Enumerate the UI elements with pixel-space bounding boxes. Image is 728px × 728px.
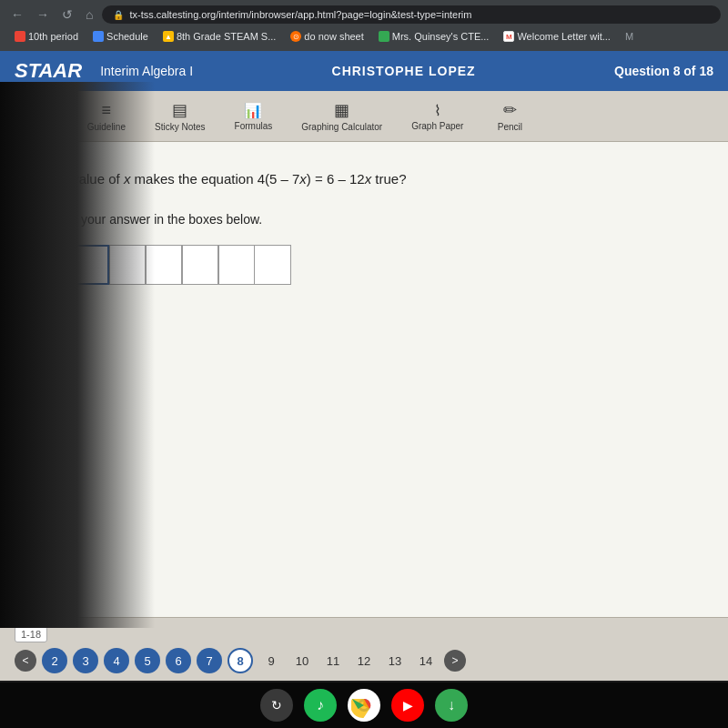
formulas-label: Formulas bbox=[235, 121, 273, 131]
bookmark-label: Mrs. Quinsey's CTE... bbox=[392, 31, 490, 42]
page-9-button[interactable]: 9 bbox=[258, 648, 284, 673]
bookmark-schedule[interactable]: Schedule bbox=[89, 29, 152, 44]
graphing-calculator-label: Graphing Calculator bbox=[301, 122, 382, 132]
taskbar-refresh-icon[interactable]: ↻ bbox=[260, 689, 293, 722]
graph-paper-button[interactable]: ⌇ Graph Paper bbox=[406, 98, 469, 135]
plusminus-label: +/- bbox=[36, 292, 692, 305]
address-bar[interactable]: 🔒 tx-tss.caltesting.org/interim/inbrowse… bbox=[102, 5, 721, 24]
browser-chrome: ← → ↺ ⌂ 🔒 tx-tss.caltesting.org/interim/… bbox=[0, 0, 728, 51]
taskbar-play-icon[interactable]: ▶ bbox=[391, 689, 424, 722]
guideline-label: Guideline bbox=[87, 122, 126, 132]
formulas-button[interactable]: 📊 Formulas bbox=[229, 98, 278, 135]
graph-paper-label: Graph Paper bbox=[411, 121, 463, 131]
bookmark-label: Welcome Letter wit... bbox=[517, 31, 611, 42]
bookmark-label: 8th Grade STEAM S... bbox=[177, 31, 276, 42]
page-7-button[interactable]: 7 bbox=[197, 648, 222, 673]
page-4-button[interactable]: 4 bbox=[104, 648, 129, 673]
staar-header: STAAR Interim Algebra I CHRISTOPHE LOPEZ… bbox=[0, 51, 728, 91]
bookmark-icon-green bbox=[379, 31, 389, 42]
forward-button[interactable]: → bbox=[33, 5, 53, 24]
graph-paper-icon: ⌇ bbox=[434, 102, 441, 119]
taskbar: ↻ ♪ ▶ ↓ bbox=[0, 682, 728, 728]
bookmark-steam[interactable]: ▲ 8th Grade STEAM S... bbox=[159, 29, 279, 44]
bookmark-icon-red bbox=[15, 31, 25, 42]
answer-boxes bbox=[36, 245, 692, 285]
prev-page-button[interactable]: < bbox=[15, 650, 36, 672]
answer-instruction: Record your answer in the boxes below. bbox=[36, 212, 692, 227]
page-numbers: < 2 3 4 5 6 7 8 9 10 11 12 13 14 > bbox=[15, 648, 713, 673]
answer-box-5[interactable] bbox=[218, 245, 255, 285]
page-2-button[interactable]: 2 bbox=[42, 648, 67, 673]
browser-window: ← → ↺ ⌂ 🔒 tx-tss.caltesting.org/interim/… bbox=[0, 0, 728, 681]
page-13-button[interactable]: 13 bbox=[382, 648, 408, 673]
page-6-button[interactable]: 6 bbox=[166, 648, 191, 673]
page-14-button[interactable]: 14 bbox=[413, 648, 439, 673]
page-8-button[interactable]: 8 bbox=[228, 648, 253, 673]
staar-logo: STAAR bbox=[15, 59, 82, 83]
url-text: tx-tss.caltesting.org/interim/inbrowser/… bbox=[129, 9, 471, 20]
wrench-icon: 🔧 bbox=[11, 107, 29, 125]
guideline-button[interactable]: ≡ Guideline bbox=[82, 97, 131, 136]
nav-bar: ← → ↺ ⌂ 🔒 tx-tss.caltesting.org/interim/… bbox=[7, 5, 721, 24]
bookmark-icon-blue bbox=[93, 31, 104, 42]
answer-box-3[interactable] bbox=[146, 245, 182, 285]
sticky-notes-icon: ▤ bbox=[172, 100, 187, 120]
staar-question-number: Question 8 of 18 bbox=[614, 64, 713, 78]
bookmark-welcome[interactable]: M Welcome Letter wit... bbox=[500, 29, 614, 44]
answer-box-sign[interactable] bbox=[36, 245, 73, 285]
answer-box-6[interactable] bbox=[255, 245, 291, 285]
bookmark-label: Schedule bbox=[106, 31, 148, 42]
page-range-label: 1-18 bbox=[15, 625, 713, 642]
taskbar-chrome-icon[interactable] bbox=[348, 689, 380, 722]
staar-test-name: Interim Algebra I bbox=[100, 64, 193, 78]
guideline-icon: ≡ bbox=[102, 101, 112, 120]
question-area: What value of x makes the equation 4(5 –… bbox=[0, 142, 728, 617]
bookmark-icon-yellow: ▲ bbox=[163, 31, 174, 42]
page-range: 1-18 bbox=[15, 626, 47, 642]
staar-student-name: CHRISTOPHE LOPEZ bbox=[211, 64, 596, 78]
taskbar-music-icon[interactable]: ♪ bbox=[304, 689, 337, 722]
pagination-bar: 1-18 < 2 3 4 5 6 7 8 9 10 11 12 13 14 > bbox=[0, 617, 728, 681]
bookmark-10th-period[interactable]: 10th period bbox=[11, 29, 82, 44]
bookmark-cte[interactable]: Mrs. Quinsey's CTE... bbox=[375, 29, 493, 44]
page-12-button[interactable]: 12 bbox=[351, 648, 377, 673]
bookmark-donow[interactable]: ⊙ do now sheet bbox=[287, 29, 367, 44]
bookmark-icon-orange: ⊙ bbox=[290, 31, 301, 42]
tools-label: 🔧 Tools bbox=[11, 107, 64, 125]
pencil-icon: ✏ bbox=[503, 100, 517, 120]
sticky-notes-label: Sticky Notes bbox=[155, 122, 206, 132]
page-3-button[interactable]: 3 bbox=[73, 648, 98, 673]
tools-text: Tools bbox=[33, 109, 64, 123]
next-page-button[interactable]: > bbox=[444, 650, 466, 672]
bookmark-label: do now sheet bbox=[304, 31, 363, 42]
home-button[interactable]: ⌂ bbox=[82, 5, 96, 24]
answer-box-2[interactable] bbox=[109, 245, 146, 285]
question-text: What value of x makes the equation 4(5 –… bbox=[36, 169, 692, 190]
bookmarks-bar: 10th period Schedule ▲ 8th Grade STEAM S… bbox=[7, 27, 721, 46]
page-11-button[interactable]: 11 bbox=[320, 648, 346, 673]
page-5-button[interactable]: 5 bbox=[135, 648, 160, 673]
bookmark-label: 10th period bbox=[28, 31, 78, 42]
answer-box-4[interactable] bbox=[182, 245, 218, 285]
sticky-notes-button[interactable]: ▤ Sticky Notes bbox=[149, 96, 211, 136]
graphing-calculator-button[interactable]: ▦ Graphing Calculator bbox=[296, 96, 388, 136]
test-container: STAAR Interim Algebra I CHRISTOPHE LOPEZ… bbox=[0, 51, 728, 681]
graphing-calculator-icon: ▦ bbox=[334, 100, 349, 120]
toolbar: 🔧 Tools ≡ Guideline ▤ Sticky Notes 📊 For… bbox=[0, 91, 728, 142]
answer-box-1[interactable] bbox=[73, 245, 109, 285]
pencil-button[interactable]: ✏ Pencil bbox=[487, 96, 532, 136]
taskbar-download-icon[interactable]: ↓ bbox=[435, 689, 468, 722]
formulas-icon: 📊 bbox=[244, 102, 262, 119]
lock-icon: 🔒 bbox=[113, 10, 124, 20]
reload-button[interactable]: ↺ bbox=[58, 5, 76, 24]
pencil-label: Pencil bbox=[498, 122, 522, 132]
bookmark-more: M bbox=[625, 31, 633, 42]
page-10-button[interactable]: 10 bbox=[289, 648, 315, 673]
back-button[interactable]: ← bbox=[7, 5, 27, 24]
bookmark-icon-gmail: M bbox=[503, 31, 514, 42]
